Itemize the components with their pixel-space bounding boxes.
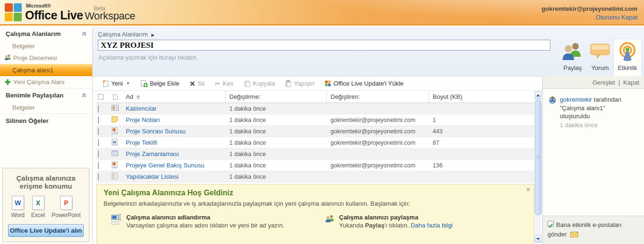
sidebar-item-new-workspace[interactable]: ✚ Yeni Çalışma Alanı	[0, 76, 92, 88]
column-header-size[interactable]: Boyut (KB)	[429, 91, 534, 103]
add-document-button[interactable]: Belge Ekle	[135, 80, 184, 87]
close-panel-link[interactable]: Kapat	[623, 79, 639, 86]
expand-link[interactable]: Genişlet	[592, 79, 615, 86]
column-label: Boyut (KB)	[433, 93, 462, 100]
row-checkbox[interactable]	[98, 150, 99, 158]
table-row: Proje Zamanlaması 1 dakika önce	[96, 148, 534, 160]
powerpoint-icon: P	[60, 196, 72, 210]
document-link[interactable]: Proje Notları	[126, 116, 160, 123]
plus-icon: ✚	[4, 80, 11, 85]
scrollbar-thumb[interactable]	[535, 100, 541, 215]
sidebar-item-shared-documents[interactable]: Belgeler	[0, 102, 92, 113]
table-row: Proje Notları 1 dakika önce gokremtekir@…	[96, 114, 534, 126]
toolbar: Yeni ▼ Belge Ekle Sil ✂ Kes	[93, 77, 542, 91]
document-link[interactable]: Proje Teklifi	[126, 139, 157, 146]
office-access-promo: Çalışma alanınıza erişme konumu W Word X…	[2, 168, 89, 243]
promo-title: Çalışma alanınıza erişme konumu	[10, 174, 81, 191]
email-preference: Bana etkinlik e-postaları gönder	[543, 216, 644, 244]
workspace-title-input[interactable]	[98, 40, 550, 51]
user-email: gokremtekir@projeyonetimi.com	[541, 5, 637, 12]
delete-button-disabled: Sil	[184, 80, 209, 87]
checklist-icon	[112, 173, 118, 180]
get-office-live-update-button[interactable]: Office Live Update'i alın	[8, 224, 84, 237]
section-title: Çalışma Alanlarım	[6, 30, 61, 37]
collapse-chevron-icon[interactable]	[82, 32, 87, 36]
sidebar-item-calisma-alani1-selected[interactable]: Çalışma alanı1	[0, 64, 92, 76]
office-live-update-button[interactable]: Office Live Update'i Yükle	[320, 80, 409, 87]
column-header-modified-by[interactable]: Değiştiren:	[327, 91, 429, 103]
table-row: Yapılacaklar Listesi 1 dakika önce	[96, 171, 534, 183]
sidebar-section-my-workspaces[interactable]: Çalışma Alanlarım	[0, 27, 92, 40]
sign-out-link[interactable]: Oturumu Kapat	[541, 14, 637, 21]
office-live-workspace-app: Microsoft® Office Live Workspace Beta go…	[0, 0, 644, 244]
sidebar-item-documents[interactable]: Belgeler	[0, 40, 92, 52]
email-pref-checkbox-checked[interactable]	[548, 221, 554, 227]
description-placeholder[interactable]: Açıklama yazmak için burayı tıklatın.	[98, 54, 198, 61]
breadcrumb-link[interactable]: Çalışma Alanlarım	[98, 31, 148, 38]
sidebar-section-shared-with-me[interactable]: Benimle Paylaşılan	[0, 88, 92, 102]
dropdown-caret-icon[interactable]: ▼	[126, 81, 130, 86]
column-header-modified[interactable]: Değiştirme:	[226, 91, 327, 103]
new-button[interactable]: Yeni ▼	[97, 80, 135, 87]
modified-cell: 1 dakika önce	[226, 139, 327, 146]
user-activity-icon	[548, 96, 557, 104]
document-link[interactable]: Katılımcılar	[126, 105, 157, 112]
app-label: Excel	[31, 212, 45, 218]
activity-time: 1 dakika önce	[560, 121, 635, 130]
doc-type-column-header[interactable]	[109, 91, 122, 103]
sidebar: Çalışma Alanlarım Belgeler Proje Denemes…	[0, 27, 93, 244]
brand-office-live: Office Live	[25, 9, 83, 22]
sidebar-item-label: Çalışma alanı1	[12, 67, 53, 74]
more-info-link[interactable]: Daha fazla bilgi	[410, 222, 453, 229]
size-cell: 87	[429, 139, 534, 146]
row-checkbox[interactable]	[98, 139, 99, 147]
scroll-down-button[interactable]	[535, 235, 541, 243]
welcome-intro: Belgelerinizi arkadaşlarınızla ve iş ark…	[104, 200, 410, 207]
activity-button-active[interactable]: Etkinlik	[614, 39, 641, 76]
breadcrumb[interactable]: Çalışma Alanlarım ▶	[98, 31, 155, 38]
row-checkbox[interactable]	[98, 116, 99, 124]
share-button[interactable]: Paylaş	[559, 39, 586, 71]
document-link[interactable]: Proje Sonrası Sunusu	[126, 128, 185, 135]
vertical-scrollbar[interactable]	[535, 91, 541, 243]
people-icon	[4, 54, 11, 61]
row-checkbox[interactable]	[98, 173, 99, 181]
sidebar-item-label: Belgeler	[12, 43, 35, 50]
row-checkbox[interactable]	[98, 105, 99, 113]
comment-icon	[590, 42, 610, 61]
close-icon[interactable]: ✕	[526, 186, 531, 193]
column-header-name[interactable]: Ad	[122, 91, 226, 103]
document-list: Katılımcılar 1 dakika önce Proje Notları…	[93, 103, 542, 183]
document-link[interactable]: Projeye Genel Bakış Sunusu	[126, 162, 204, 169]
scroll-up-button[interactable]	[535, 91, 541, 99]
row-checkbox[interactable]	[98, 128, 99, 135]
paste-icon	[285, 80, 291, 87]
row-checkbox[interactable]	[98, 162, 99, 169]
toolbar-label: Kes	[223, 80, 233, 87]
sidebar-item-label: Proje Denemesi	[13, 54, 57, 61]
modified-cell: 1 dakika önce	[226, 128, 327, 135]
table-row: Projeye Genel Bakış Sunusu 1 dakika önce…	[96, 160, 534, 171]
office-update-icon	[325, 80, 331, 87]
powerpoint-icon	[112, 127, 118, 134]
office-logo-icon	[5, 3, 22, 21]
modified-cell: 1 dakika önce	[226, 151, 327, 157]
sidebar-section-deleted-items[interactable]: Silinen Öğeler	[0, 113, 92, 127]
app-word: W Word	[11, 196, 24, 218]
document-link[interactable]: Proje Zamanlaması	[126, 150, 179, 157]
document-icon	[113, 94, 118, 100]
sort-ascending-icon	[136, 95, 140, 99]
comment-button[interactable]: Yorum	[586, 39, 614, 71]
table-row: Katılımcılar 1 dakika önce	[96, 103, 534, 114]
modified-by-cell: gokremtekir@projeyonetimi.com	[327, 128, 429, 135]
text-bold: Paylaş	[365, 222, 384, 229]
select-all-checkbox[interactable]	[98, 94, 104, 100]
document-link[interactable]: Yapılacaklar Listesi	[126, 173, 178, 180]
collapse-chevron-icon[interactable]	[82, 93, 87, 97]
sidebar-item-proje-denemesi[interactable]: Proje Denemesi	[0, 52, 92, 64]
app-label: PowerPoint	[52, 212, 80, 218]
activity-user-link[interactable]: gokremtekir	[560, 96, 592, 103]
size-cell: 1	[429, 117, 534, 123]
action-label: Paylaş	[559, 64, 586, 71]
modified-cell: 1 dakika önce	[226, 117, 327, 123]
